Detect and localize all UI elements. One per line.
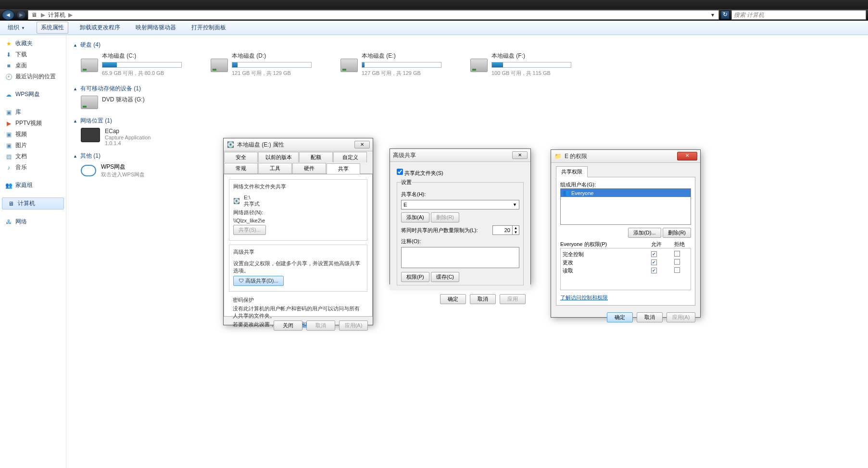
perm-header: Everyone 的权限(P) bbox=[560, 241, 645, 248]
sidebar-video[interactable]: ▣视频 bbox=[0, 129, 66, 140]
props-tabs: 安全 以前的版本 配额 自定义 常规 工具 硬件 共享 bbox=[224, 151, 373, 174]
nav-forward-button[interactable]: ► bbox=[16, 11, 26, 19]
props-titlebar[interactable]: 💽 本地磁盘 (E:) 属性 ✕ bbox=[224, 138, 373, 151]
tab-quota[interactable]: 配额 bbox=[299, 152, 333, 162]
allow-checkbox[interactable]: ✔ bbox=[651, 268, 657, 273]
category-netloc[interactable]: ▲网络位置 (1) bbox=[73, 117, 861, 125]
ecap-item[interactable]: ECap Capture Application 1.0.1.4 bbox=[81, 128, 861, 146]
sidebar-homegroup[interactable]: 👥家庭组 bbox=[0, 180, 66, 191]
toolbar: 组织▼ 系统属性 卸载或更改程序 映射网络驱动器 打开控制面板 bbox=[0, 21, 868, 35]
tab-previous[interactable]: 以前的版本 bbox=[258, 152, 299, 162]
uninstall-button[interactable]: 卸载或更改程序 bbox=[76, 22, 124, 33]
drive-sub: 121 GB 可用 , 共 129 GB bbox=[232, 70, 312, 77]
allow-checkbox[interactable]: ✔ bbox=[651, 259, 657, 265]
drive-3[interactable]: 本地磁盘 (F:) 100 GB 可用 , 共 115 GB bbox=[470, 52, 571, 77]
limit-spinner[interactable]: ▲▼ bbox=[492, 225, 519, 235]
camera-icon bbox=[81, 128, 100, 142]
sidebar-network[interactable]: 🖧网络 bbox=[0, 216, 66, 227]
limit-label: 将同时共享的用户数量限制为(L): bbox=[401, 227, 490, 234]
sidebar-pptv[interactable]: ▶PPTV视频 bbox=[0, 118, 66, 129]
share-folder-checkbox[interactable]: 共享此文件夹(S) bbox=[397, 169, 524, 177]
drive-0[interactable]: 本地磁盘 (C:) 65.9 GB 可用 , 共 80.0 GB bbox=[81, 52, 182, 77]
cpanel-button[interactable]: 打开控制面板 bbox=[188, 22, 230, 33]
cache-button[interactable]: 缓存(C) bbox=[431, 272, 459, 282]
props-close-btn[interactable]: 关闭 bbox=[274, 320, 302, 331]
drive-bar bbox=[102, 62, 182, 68]
user-listbox[interactable]: 👥Everyone bbox=[560, 188, 691, 225]
address-dropdown-icon[interactable]: ▾ bbox=[709, 12, 717, 18]
folder-icon: 📁 bbox=[554, 152, 562, 160]
tab-security[interactable]: 安全 bbox=[224, 152, 258, 162]
sidebar-pictures[interactable]: ▣图片 bbox=[0, 140, 66, 151]
learn-acl-link[interactable]: 了解访问控制和权限 bbox=[560, 295, 608, 300]
sidebar-favorites[interactable]: ★收藏夹 bbox=[0, 38, 66, 49]
deny-checkbox[interactable] bbox=[674, 259, 680, 265]
group-user-label: 组或用户名(G): bbox=[560, 181, 691, 188]
tab-hardware[interactable]: 硬件 bbox=[292, 163, 326, 173]
adv-cancel-btn[interactable]: 取消 bbox=[470, 294, 496, 304]
perm-title: E 的权限 bbox=[565, 152, 587, 160]
tab-custom[interactable]: 自定义 bbox=[333, 152, 367, 162]
sidebar-wps[interactable]: ☁WPS网盘 bbox=[0, 89, 66, 100]
perm-close-button[interactable]: ✕ bbox=[677, 152, 697, 160]
category-disks[interactable]: ▲硬盘 (4) bbox=[73, 41, 861, 49]
perm-tab-share[interactable]: 共享权限 bbox=[556, 166, 588, 177]
pwd-protect-label: 密码保护 bbox=[233, 296, 364, 304]
search-input[interactable]: 搜索 计算机 bbox=[731, 10, 866, 20]
net-share-label: 网络文件和文件夹共享 bbox=[231, 183, 288, 190]
perm-button[interactable]: 权限(P) bbox=[401, 272, 429, 282]
deny-checkbox[interactable] bbox=[674, 251, 680, 257]
library-icon: ▣ bbox=[5, 109, 13, 116]
sidebar-documents[interactable]: ▤文档 bbox=[0, 151, 66, 162]
adv-share-button[interactable]: 🛡 高级共享(D)... bbox=[233, 276, 284, 286]
sidebar-downloads[interactable]: ⬇下载 bbox=[0, 49, 66, 60]
perm-add-button[interactable]: 添加(D)... bbox=[628, 228, 661, 238]
perm-name: 读取 bbox=[563, 267, 642, 274]
perm-ok-btn[interactable]: 确定 bbox=[607, 312, 633, 322]
perm-cancel-btn[interactable]: 取消 bbox=[637, 312, 663, 322]
organize-button[interactable]: 组织▼ bbox=[4, 22, 29, 33]
sharename-combo[interactable]: E▼ bbox=[401, 200, 519, 209]
adv-close-button[interactable]: ✕ bbox=[512, 151, 528, 159]
sidebar-computer[interactable]: 🖥计算机 bbox=[2, 197, 64, 209]
breadcrumb-computer[interactable]: 计算机 bbox=[48, 11, 65, 19]
users-icon: 👥 bbox=[563, 190, 569, 196]
drive-bar bbox=[491, 62, 571, 68]
tab-general[interactable]: 常规 bbox=[224, 163, 258, 173]
sidebar-music[interactable]: ♪音乐 bbox=[0, 162, 66, 173]
everyone-row[interactable]: 👥Everyone bbox=[561, 189, 691, 197]
category-removable[interactable]: ▲有可移动存储的设备 (1) bbox=[73, 85, 861, 93]
advanced-sharing-dialog: 高级共享 ✕ 共享此文件夹(S) 设置 共享名(H): E▼ 添加(A) 删除(… bbox=[390, 148, 531, 284]
allow-checkbox[interactable]: ✔ bbox=[651, 251, 657, 257]
adv-add-button[interactable]: 添加(A) bbox=[401, 212, 429, 222]
props-cancel-btn: 取消 bbox=[306, 320, 335, 331]
props-close-button[interactable]: ✕ bbox=[354, 141, 370, 148]
mapnet-button[interactable]: 映射网络驱动器 bbox=[132, 22, 180, 33]
sidebar-libraries[interactable]: ▣库 bbox=[0, 107, 66, 118]
perm-del-button[interactable]: 删除(R) bbox=[663, 228, 691, 238]
address-bar[interactable]: 🖥 ▶ 计算机 ▶ ▾ bbox=[28, 10, 719, 20]
sysprops-button[interactable]: 系统属性 bbox=[37, 22, 68, 34]
content-pane: ▲硬盘 (4) 本地磁盘 (C:) 65.9 GB 可用 , 共 80.0 GB… bbox=[66, 35, 868, 468]
drive-1[interactable]: 本地磁盘 (D:) 121 GB 可用 , 共 129 GB bbox=[211, 52, 312, 77]
share-button[interactable]: 共享(S)... bbox=[233, 225, 266, 235]
dvd-drive[interactable]: DVD 驱动器 (G:) bbox=[81, 96, 182, 109]
sidebar-desktop[interactable]: ■桌面 bbox=[0, 60, 66, 71]
drive-2[interactable]: 本地磁盘 (E:) 127 GB 可用 , 共 129 GB bbox=[340, 52, 441, 77]
homegroup-icon: 👥 bbox=[5, 182, 13, 189]
adv-ok-btn[interactable]: 确定 bbox=[440, 294, 466, 304]
wps-sub: 双击进入WPS网盘 bbox=[101, 171, 145, 178]
deny-checkbox[interactable] bbox=[674, 267, 680, 273]
deny-header: 拒绝 bbox=[668, 241, 691, 248]
tab-tools[interactable]: 工具 bbox=[258, 163, 292, 173]
refresh-button[interactable]: ↻ bbox=[721, 11, 730, 19]
computer-icon: 🖥 bbox=[30, 11, 38, 19]
tab-sharing[interactable]: 共享 bbox=[327, 163, 360, 174]
comment-textarea[interactable] bbox=[401, 247, 519, 268]
perm-row: 更改 ✔ bbox=[563, 259, 689, 267]
drive-sub: 100 GB 可用 , 共 115 GB bbox=[491, 70, 571, 77]
sidebar-recent[interactable]: 🕘最近访问的位置 bbox=[0, 71, 66, 82]
adv-titlebar[interactable]: 高级共享 ✕ bbox=[390, 149, 530, 162]
perm-titlebar[interactable]: 📁 E 的权限 ✕ bbox=[551, 150, 700, 163]
nav-back-button[interactable]: ◄ bbox=[2, 10, 14, 20]
